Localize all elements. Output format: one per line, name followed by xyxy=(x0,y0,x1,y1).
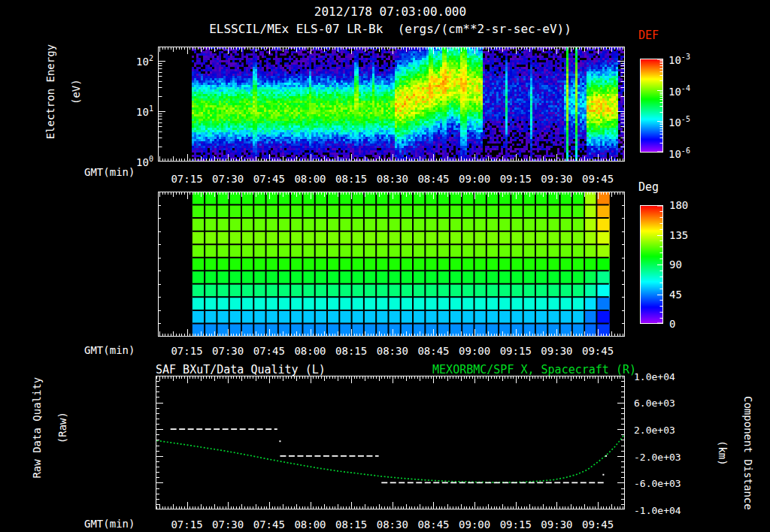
x-tick-label: 07:15 xyxy=(171,173,202,185)
x-tick-label: 07:30 xyxy=(212,173,244,185)
right-tick-label: -2.0e+03 xyxy=(634,451,681,462)
x-tick-label: 08:45 xyxy=(417,173,449,185)
def-colorbar-title: DEF xyxy=(638,29,659,42)
x-tick-label: 07:45 xyxy=(253,345,285,357)
right-tick-label: -6.0e+03 xyxy=(634,478,681,489)
x-tick-label: 07:30 xyxy=(212,345,244,357)
top-x-axis-label: GMT(min) xyxy=(84,166,135,178)
quality-distance-plot-canvas xyxy=(156,376,625,509)
def-tick-1e-6: 10-6 xyxy=(668,147,690,160)
top-ytick-1e1: 101 xyxy=(136,104,153,118)
top-y-axis-label: Electron Energy (eV) xyxy=(32,44,95,165)
deg-colorbar xyxy=(640,205,663,324)
x-tick-label: 07:45 xyxy=(253,173,285,185)
x-tick-label: 09:45 xyxy=(582,173,614,185)
x-tick-label: 09:00 xyxy=(459,518,490,530)
deg-tick-label: 45 xyxy=(669,289,682,301)
bottom-x-axis-label: GMT(min) xyxy=(84,518,135,530)
x-tick-label: 08:00 xyxy=(294,518,326,530)
right-tick-label: 1.0e+04 xyxy=(634,370,675,382)
x-tick-label: 09:30 xyxy=(541,518,572,530)
deg-tick-label: 0 xyxy=(669,318,675,330)
deg-tick-label: 90 xyxy=(669,258,682,271)
x-tick-label: 07:15 xyxy=(171,518,202,530)
x-tick-label: 09:45 xyxy=(582,345,614,357)
x-tick-label: 08:45 xyxy=(417,518,449,530)
top-ytick-1e2: 102 xyxy=(136,54,153,68)
x-tick-label: 08:30 xyxy=(377,173,408,185)
science-summary-plot: 2012/178 07:03:00.000 ELSSCIL/MEx ELS-07… xyxy=(0,0,770,532)
def-colorbar xyxy=(640,59,663,153)
deg-tick-label: 135 xyxy=(669,229,688,241)
bottom-right-series-title: MEXORBMC/SPF X, Spacecraft (R) xyxy=(432,363,636,376)
x-tick-label: 08:15 xyxy=(335,345,367,357)
deg-colorbar-title: Deg xyxy=(638,180,659,194)
def-tick-1e-4: 10-4 xyxy=(668,84,690,98)
x-tick-label: 08:30 xyxy=(377,345,408,357)
x-tick-label: 09:30 xyxy=(541,345,572,357)
energy-spectrogram-canvas xyxy=(158,47,625,162)
x-tick-label: 07:30 xyxy=(212,518,244,530)
right-tick-label: -1.0e+04 xyxy=(634,504,681,515)
bottom-left-series-title: SAF_BXuT/Data Quality (L) xyxy=(156,363,326,376)
x-tick-label: 08:30 xyxy=(377,518,408,530)
x-tick-label: 09:00 xyxy=(459,345,490,357)
x-tick-label: 09:00 xyxy=(459,173,490,185)
bottom-right-axis-label: Component Distance (km) xyxy=(703,370,767,509)
bottom-left-axis-label: Raw Data Quality (Raw) xyxy=(18,377,82,504)
x-tick-label: 08:15 xyxy=(335,173,367,185)
x-tick-label: 09:45 xyxy=(582,518,614,530)
x-tick-label: 07:15 xyxy=(171,345,202,357)
x-tick-label: 07:45 xyxy=(253,518,285,530)
x-tick-label: 08:00 xyxy=(294,173,326,185)
top-ytick-1e0: 100 xyxy=(136,155,153,168)
deg-tick-label: 180 xyxy=(669,199,688,211)
x-tick-label: 09:15 xyxy=(500,173,532,185)
page-title-datetime: 2012/178 07:03:00.000 xyxy=(11,5,770,19)
right-tick-label: 6.0e+03 xyxy=(634,397,675,409)
pitch-angle-heatmap-canvas xyxy=(158,192,625,337)
x-tick-label: 08:00 xyxy=(294,345,326,357)
x-tick-label: 09:15 xyxy=(500,518,532,530)
x-tick-label: 08:15 xyxy=(335,518,367,530)
def-tick-1e-5: 10-5 xyxy=(668,115,690,128)
x-tick-label: 09:30 xyxy=(541,173,572,185)
def-tick-1e-3: 10-3 xyxy=(668,53,690,66)
x-tick-label: 08:45 xyxy=(417,345,449,357)
x-tick-label: 09:15 xyxy=(500,345,532,357)
right-tick-label: 2.0e+03 xyxy=(634,425,675,436)
mid-x-axis-label: GMT(min) xyxy=(84,344,135,356)
